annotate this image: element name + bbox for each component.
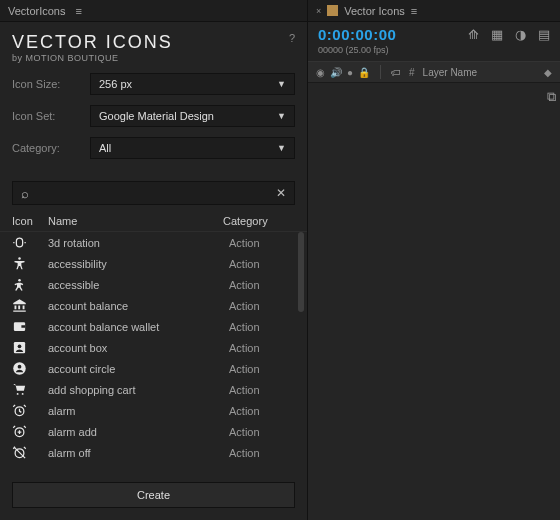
- list-header: Icon Name Category: [0, 211, 307, 232]
- audio-icon[interactable]: 🔊: [330, 67, 342, 78]
- help-button[interactable]: ?: [289, 32, 295, 44]
- item-category: Action: [229, 384, 301, 396]
- item-category: Action: [229, 447, 301, 459]
- item-icon: [12, 235, 48, 250]
- label-icon[interactable]: 🏷: [391, 67, 401, 78]
- list-item[interactable]: account balance walletAction: [12, 316, 301, 337]
- item-icon: [12, 340, 48, 355]
- item-icon: [12, 277, 48, 292]
- composition-icon: [327, 5, 338, 16]
- layer-name-header: Layer Name: [423, 67, 536, 78]
- list-item[interactable]: 3d rotationAction: [12, 232, 301, 253]
- panel-title: VectorIcons: [8, 5, 65, 17]
- chevron-down-icon: ▼: [277, 111, 286, 121]
- item-icon: [12, 424, 48, 439]
- close-tab-icon[interactable]: ×: [316, 6, 321, 16]
- timeline-panel-tab[interactable]: × Vector Icons ≡: [308, 0, 560, 22]
- shy-icon[interactable]: ◆: [544, 67, 552, 78]
- layer-header: ◉ 🔊 ● 🔒 🏷 # Layer Name ◆: [308, 61, 560, 83]
- item-category: Action: [229, 405, 301, 417]
- item-icon: [12, 319, 48, 334]
- panel-menu-icon[interactable]: ≡: [75, 5, 81, 17]
- list-item[interactable]: accessibilityAction: [12, 253, 301, 274]
- item-icon: [12, 361, 48, 376]
- icon-set-value: Google Material Design: [99, 110, 214, 122]
- item-name: 3d rotation: [48, 237, 229, 249]
- list-item[interactable]: account boxAction: [12, 337, 301, 358]
- tool-icon-1[interactable]: ⟰: [468, 27, 479, 42]
- item-icon: [12, 298, 48, 313]
- solo-icon[interactable]: ●: [347, 67, 353, 78]
- switches-icon[interactable]: ⧉: [547, 89, 556, 105]
- item-category: Action: [229, 300, 301, 312]
- item-name: alarm: [48, 405, 229, 417]
- category-label: Category:: [12, 142, 90, 154]
- visibility-icon[interactable]: ◉: [316, 67, 325, 78]
- item-category: Action: [229, 363, 301, 375]
- divider: [380, 65, 381, 79]
- list-item[interactable]: account circleAction: [12, 358, 301, 379]
- item-name: account box: [48, 342, 229, 354]
- col-icon-header: Icon: [12, 215, 48, 227]
- scrollbar-thumb[interactable]: [298, 232, 304, 312]
- icon-size-label: Icon Size:: [12, 78, 90, 90]
- list-item[interactable]: alarm addAction: [12, 421, 301, 442]
- brand-title: VECTOR ICONS: [12, 32, 173, 53]
- icon-size-value: 256 px: [99, 78, 132, 90]
- item-name: account circle: [48, 363, 229, 375]
- hash-label: #: [409, 67, 415, 78]
- timeline-tools: ⟰ ▦ ◑ ▤: [468, 27, 550, 42]
- panel-menu-icon[interactable]: ≡: [411, 5, 417, 17]
- list-item[interactable]: alarmAction: [12, 400, 301, 421]
- icon-set-dropdown[interactable]: Google Material Design ▼: [90, 105, 295, 127]
- list-item[interactable]: account balanceAction: [12, 295, 301, 316]
- search-icon: ⌕: [21, 186, 29, 201]
- item-category: Action: [229, 237, 301, 249]
- icon-size-dropdown[interactable]: 256 px ▼: [90, 73, 295, 95]
- category-value: All: [99, 142, 111, 154]
- timecode[interactable]: 0:00:00:00: [318, 26, 396, 43]
- chevron-down-icon: ▼: [277, 79, 286, 89]
- col-category-header: Category: [223, 215, 295, 227]
- category-dropdown[interactable]: All ▼: [90, 137, 295, 159]
- icon-list: 3d rotationActionaccessibilityActionacce…: [0, 232, 307, 472]
- item-name: accessible: [48, 279, 229, 291]
- item-category: Action: [229, 258, 301, 270]
- item-icon: [12, 403, 48, 418]
- comp-title: Vector Icons: [344, 5, 405, 17]
- list-item[interactable]: alarm offAction: [12, 442, 301, 463]
- list-item[interactable]: accessibleAction: [12, 274, 301, 295]
- item-category: Action: [229, 342, 301, 354]
- search-input[interactable]: ⌕ ✕: [12, 181, 295, 205]
- item-name: account balance: [48, 300, 229, 312]
- icon-set-label: Icon Set:: [12, 110, 90, 122]
- item-icon: [12, 382, 48, 397]
- tool-icon-2[interactable]: ▦: [491, 27, 503, 42]
- item-name: alarm add: [48, 426, 229, 438]
- item-name: accessibility: [48, 258, 229, 270]
- item-name: alarm off: [48, 447, 229, 459]
- item-category: Action: [229, 279, 301, 291]
- tool-icon-4[interactable]: ▤: [538, 27, 550, 42]
- list-scrollbar[interactable]: [297, 232, 305, 472]
- tool-icon-3[interactable]: ◑: [515, 27, 526, 42]
- item-icon: [12, 256, 48, 271]
- item-icon: [12, 445, 48, 460]
- brand-subtitle: by MOTION BOUTIQUE: [12, 53, 173, 63]
- item-name: add shopping cart: [48, 384, 229, 396]
- layers-area[interactable]: ⧉: [308, 83, 560, 520]
- col-name-header: Name: [48, 215, 223, 227]
- item-name: account balance wallet: [48, 321, 229, 333]
- timecode-sub: 00000 (25.00 fps): [308, 45, 560, 61]
- chevron-down-icon: ▼: [277, 143, 286, 153]
- clear-search-icon[interactable]: ✕: [276, 186, 286, 200]
- item-category: Action: [229, 426, 301, 438]
- list-item[interactable]: add shopping cartAction: [12, 379, 301, 400]
- left-panel-tab[interactable]: VectorIcons ≡: [0, 0, 307, 22]
- create-button[interactable]: Create: [12, 482, 295, 508]
- brand-header: VECTOR ICONS by MOTION BOUTIQUE ?: [0, 22, 307, 69]
- item-category: Action: [229, 321, 301, 333]
- lock-icon[interactable]: 🔒: [358, 67, 370, 78]
